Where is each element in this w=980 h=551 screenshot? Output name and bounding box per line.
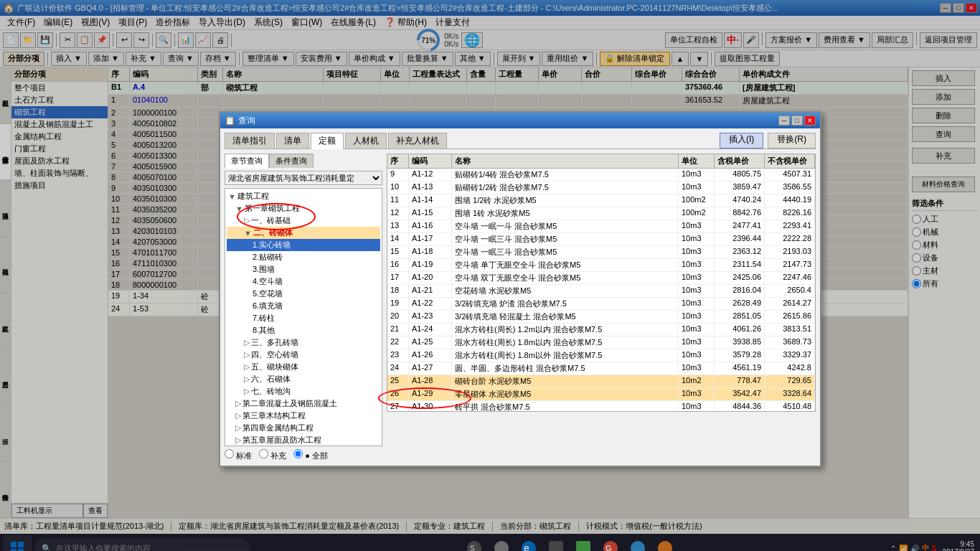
- quota-table-row[interactable]: 16 A1-19 空斗墙 单丁无眼空全斗 混合砂浆M5 10m3 2311.54…: [387, 259, 815, 272]
- quota-table-row[interactable]: 10 A1-13 贴砌砖1/2砖 混合砂浆M7.5 10m3 3859.47 3…: [387, 182, 815, 194]
- mt-td-code: A1-12: [409, 169, 452, 181]
- mt-td-num: 26: [387, 388, 409, 400]
- quota-table-row[interactable]: 26 A1-29 零星砌体 水泥砂浆M5 10m3 3542.47 3328.6…: [387, 388, 815, 401]
- mt-td-name: 空斗墙 双丁无眼空全斗 混合砂浆M5: [452, 272, 679, 284]
- mt-td-unit: 10m3: [679, 272, 715, 284]
- mt-td-num: 20: [387, 311, 409, 323]
- tree-brick-trench[interactable]: ▷ 七、砖地沟: [227, 385, 380, 397]
- mt-td-code: A1-23: [409, 311, 452, 323]
- quota-table-row[interactable]: 17 A1-20 空斗墙 双丁无眼空全斗 混合砂浆M5 10m3 2425.06…: [387, 272, 815, 285]
- radio-all[interactable]: ● 全部: [293, 449, 328, 461]
- quota-tree: ▼ 建筑工程 ▼ 第一章砌筑工程 ▷ 一、砖基础 ▼ 二、砖砌体 1.实心砖墙: [225, 188, 382, 446]
- mt-td-unit: 100m2: [679, 194, 715, 207]
- mt-td-code: A1-18: [409, 246, 452, 258]
- mt-td-num: 18: [387, 285, 409, 297]
- tree-ch1-masonry[interactable]: ▼ 第一章砌筑工程: [227, 202, 380, 215]
- tree-hollow-brick[interactable]: 4.空斗墙: [227, 276, 380, 288]
- mt-td-code: A1-30: [409, 401, 452, 412]
- quota-table-row[interactable]: 22 A1-25 混水方砖柱(周长) 1.8m以内 混合砂浆M7.5 10m3 …: [387, 336, 815, 349]
- modal-minimize-button[interactable]: ─: [778, 116, 790, 126]
- tree-ch2-concrete[interactable]: ▷ 第二章混凝土及钢筋混凝土: [227, 397, 380, 410]
- tree-block-masonry[interactable]: ▷ 五、砌块砌体: [227, 361, 380, 373]
- mt-td-num: 19: [387, 298, 409, 310]
- quota-table-row[interactable]: 12 A1-15 围墙 1砖 水泥砂浆M5 100m2 8842.76 8226…: [387, 207, 815, 220]
- tree-other[interactable]: 8.其他: [227, 324, 380, 336]
- modal-tab-list-guide[interactable]: 清单指引: [225, 133, 275, 149]
- tree-brick-foundation[interactable]: ▷ 一、砖基础: [227, 215, 380, 227]
- mt-td-name: 空斗墙 一眠三斗 混合砂浆M5: [452, 246, 679, 258]
- radio-standard[interactable]: 标准: [225, 449, 252, 461]
- quota-table-row[interactable]: 23 A1-26 混水方砖柱(周长) 1.8m以外 混合砂浆M7.5 10m3 …: [387, 349, 815, 362]
- quota-table-row[interactable]: 9 A1-12 贴砌砖1/4砖 混合砂浆M7.5 10m3 4805.75 45…: [387, 169, 815, 182]
- modal-title-icon: 📋: [225, 116, 235, 126]
- mt-td-name: 砌砖台阶 水泥砂浆M5: [452, 375, 679, 387]
- tree-hollow-block[interactable]: ▷ 四、空心砖墙: [227, 349, 380, 361]
- mt-td-taxed: 4061.26: [715, 324, 765, 336]
- mt-td-code: A1-26: [409, 349, 452, 362]
- quota-table-row[interactable]: 21 A1-24 混水方砖柱(周长) 1.2m以内 混合砂浆M7.5 10m3 …: [387, 324, 815, 336]
- mt-td-untaxed: 2650.4: [765, 285, 815, 297]
- tree-ch5-roofing[interactable]: ▷ 第五章屋面及防水工程: [227, 434, 380, 446]
- quota-table-row[interactable]: 11 A1-14 围墙 1/2砖 水泥砂浆M5 100m2 4740.24 44…: [387, 194, 815, 207]
- mt-td-taxed: 2477.41: [715, 220, 765, 232]
- mt-td-taxed: 2396.44: [715, 233, 765, 245]
- mt-td-taxed: 4805.75: [715, 169, 765, 181]
- mt-td-num: 24: [387, 362, 409, 375]
- mt-td-unit: 10m3: [679, 298, 715, 310]
- mt-td-untaxed: 3689.73: [765, 336, 815, 349]
- mt-td-code: A1-29: [409, 388, 452, 400]
- mt-td-taxed: 2816.04: [715, 285, 765, 297]
- mt-td-untaxed: 2614.27: [765, 298, 815, 310]
- mt-td-untaxed: 2247.46: [765, 272, 815, 284]
- quota-table-row[interactable]: 18 A1-21 空花砖墙 水泥砂浆M5 10m3 2816.04 2650.4: [387, 285, 815, 298]
- mt-td-name: 围墙 1砖 水泥砂浆M5: [452, 207, 679, 220]
- modal-tab-supplement-material[interactable]: 补充人材机: [388, 133, 447, 149]
- mt-td-num: 15: [387, 246, 409, 258]
- tree-fence-wall[interactable]: 3.围墙: [227, 263, 380, 276]
- mt-td-code: A1-25: [409, 336, 452, 349]
- quota-table-row[interactable]: 14 A1-17 空斗墙 一眠三斗 混合砂浆M5 10m3 2396.44 22…: [387, 233, 815, 246]
- modal-close-button[interactable]: ✕: [804, 116, 816, 126]
- tree-lattice-brick[interactable]: 5.空花墙: [227, 288, 380, 300]
- subtab-chapter[interactable]: 章节查询: [225, 154, 269, 169]
- quota-table-row[interactable]: 19 A1-22 3/2砖填充墙 炉渣 混合砂浆M7.5 10m3 2628.4…: [387, 298, 815, 311]
- mt-td-unit: 10m3: [679, 246, 715, 258]
- quota-table-row[interactable]: 20 A1-23 3/2砖填充墙 轻混凝土 混合砂浆M5 10m3 2851.0…: [387, 311, 815, 324]
- mt-td-code: A1-28: [409, 375, 452, 387]
- quota-table-row[interactable]: 27 A1-30 砖平拱 混合砂浆M7.5 10m3 4844.36 4510.…: [387, 401, 815, 412]
- tree-brick-veneer[interactable]: 2.贴砌砖: [227, 251, 380, 263]
- replace-button[interactable]: 替换(R): [768, 133, 816, 149]
- tree-porous-brick[interactable]: ▷ 三、多孔砖墙: [227, 336, 380, 349]
- modal-title-buttons: ─ □ ✕: [778, 116, 816, 126]
- tree-solid-brick-wall[interactable]: 1.实心砖墙: [227, 239, 380, 251]
- tree-ch3-timber[interactable]: ▷ 第三章木结构工程: [227, 410, 380, 422]
- tree-brick-column[interactable]: 7.砖柱: [227, 312, 380, 324]
- modal-tab-material[interactable]: 人材机: [345, 133, 387, 149]
- mt-td-name: 贴砌砖1/2砖 混合砂浆M7.5: [452, 182, 679, 194]
- radio-supplement[interactable]: 补充: [259, 449, 286, 461]
- mt-td-taxed: 3938.85: [715, 336, 765, 349]
- quota-table-row[interactable]: 24 A1-27 圆、半圆、多边形砖柱 混合砂浆M7.5 10m3 4561.1…: [387, 362, 815, 375]
- quota-table-row[interactable]: 15 A1-18 空斗墙 一眠三斗 混合砂浆M5 10m3 2363.12 21…: [387, 246, 815, 259]
- subtab-condition[interactable]: 条件查询: [269, 154, 314, 168]
- tree-brick-masonry[interactable]: ▼ 二、砖砌体: [227, 227, 380, 239]
- modal-maximize-button[interactable]: □: [791, 116, 803, 126]
- mt-td-untaxed: 2222.28: [765, 233, 815, 245]
- mt-td-untaxed: 4242.8: [765, 362, 815, 375]
- mt-td-taxed: 3542.47: [715, 388, 765, 400]
- tree-filler-wall[interactable]: 6.填充墙: [227, 300, 380, 312]
- modal-tab-list[interactable]: 清单: [276, 133, 309, 149]
- tree-building-eng[interactable]: ▼ 建筑工程: [227, 190, 380, 202]
- mt-td-num: 14: [387, 233, 409, 245]
- mt-td-name: 混水方砖柱(周长) 1.2m以内 混合砂浆M7.5: [452, 324, 679, 336]
- insert-button[interactable]: 插入(I): [720, 133, 763, 149]
- quota-table-row[interactable]: 13 A1-16 空斗墙 一眠一斗 混合砂浆M5 10m3 2477.41 22…: [387, 220, 815, 233]
- mt-td-taxed: 2363.12: [715, 246, 765, 258]
- quota-library-select[interactable]: 湖北省房屋建筑与装饰工程消耗量定: [225, 171, 382, 185]
- quota-table-row[interactable]: 25 A1-28 砌砖台阶 水泥砂浆M5 10m2 778.47 729.65: [387, 375, 815, 388]
- modal-tab-quota[interactable]: 定额: [311, 133, 344, 149]
- tree-ch4-metal[interactable]: ▷ 第四章金属结构工程: [227, 422, 380, 434]
- mt-td-unit: 10m3: [679, 324, 715, 336]
- mt-td-name: 围墙 1/2砖 水泥砂浆M5: [452, 194, 679, 207]
- tree-stone-masonry[interactable]: ▷ 六、石砌体: [227, 373, 380, 385]
